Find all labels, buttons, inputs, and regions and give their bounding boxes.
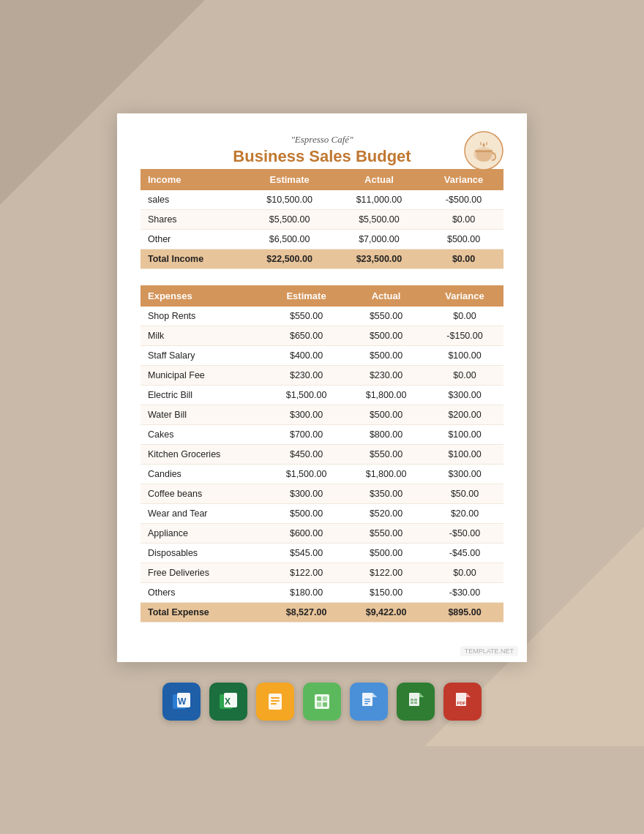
expense-cell: -$150.00 [426, 326, 503, 346]
gsheets-icon[interactable] [397, 683, 435, 721]
expense-cell: $545.00 [266, 544, 346, 563]
expense-row: Appliance$600.00$550.00-$50.00 [141, 524, 503, 544]
expense-cell: $500.00 [346, 346, 426, 366]
expense-row: Free Deliveries$122.00$122.00$0.00 [141, 563, 503, 583]
expense-cell: Water Bill [141, 405, 266, 425]
svg-rect-18 [317, 696, 321, 701]
expense-cell: $700.00 [266, 425, 346, 445]
expense-cell: $550.00 [346, 445, 426, 465]
income-cell: $10,500.00 [244, 190, 334, 210]
pdf-icon[interactable]: PDF [443, 683, 482, 721]
expense-row: Municipal Fee$230.00$230.00$0.00 [141, 366, 503, 386]
income-row: Shares$5,500.00$5,500.00$0.00 [141, 210, 503, 230]
svg-rect-20 [317, 702, 321, 707]
word-icon-svg: W [170, 690, 193, 713]
expense-cell: $1,800.00 [346, 465, 426, 484]
gsheets-icon-svg [404, 690, 427, 713]
expense-cell: Municipal Fee [141, 366, 266, 386]
expense-cell: $0.00 [426, 307, 503, 326]
pdf-icon-svg: PDF [451, 690, 474, 713]
expense-cell: $550.00 [346, 524, 426, 544]
income-cell: $7,000.00 [334, 230, 424, 249]
income-total-row: Total Income$22,500.00$23,500.00$0.00 [141, 249, 503, 269]
svg-rect-17 [315, 694, 329, 709]
word-icon[interactable]: W [162, 683, 201, 721]
svg-rect-35 [411, 702, 413, 704]
income-cell: -$500.00 [424, 190, 503, 210]
expense-row: Disposables$545.00$500.00-$45.00 [141, 544, 503, 563]
income-cell: $0.00 [424, 210, 503, 230]
expense-cell: $500.00 [346, 544, 426, 563]
expense-cell: $350.00 [346, 484, 426, 504]
expense-cell: $122.00 [266, 563, 346, 583]
expense-cell: $600.00 [266, 524, 346, 544]
expense-cell: Coffee beans [141, 484, 266, 504]
pages-icon-svg [263, 690, 287, 713]
svg-rect-36 [414, 702, 417, 704]
expense-cell: $1,800.00 [346, 386, 426, 405]
svg-text:X: X [225, 696, 231, 707]
cafe-name: "Espresso Café" [141, 134, 503, 146]
expense-cell: Appliance [141, 524, 266, 544]
numbers-icon-svg [310, 690, 334, 713]
expense-cell: Others [141, 583, 266, 603]
expense-cell: -$30.00 [426, 583, 503, 603]
expense-cell: Electric Bill [141, 386, 266, 405]
numbers-icon[interactable] [303, 683, 341, 721]
page-container: "Espresso Café" Business Sales Budget In… [0, 0, 644, 834]
expense-col-estimate: Estimate [266, 285, 346, 307]
pages-icon[interactable] [256, 683, 294, 721]
gdocs-icon[interactable] [350, 683, 388, 721]
expense-table: Expenses Estimate Actual Variance Shop R… [141, 285, 503, 623]
doc-title: Business Sales Budget [141, 147, 503, 166]
expense-cell: Wear and Tear [141, 504, 266, 524]
svg-text:W: W [178, 696, 187, 707]
income-cell: $500.00 [424, 230, 503, 249]
expense-total-cell: $8,527.00 [266, 603, 346, 623]
expense-row: Cakes$700.00$800.00$100.00 [141, 425, 503, 445]
excel-icon[interactable]: X [209, 683, 247, 721]
income-col-estimate: Estimate [244, 169, 334, 190]
expense-cell: $0.00 [426, 366, 503, 386]
expense-total-cell: $895.00 [426, 603, 503, 623]
income-cell: $5,500.00 [244, 210, 334, 230]
expense-cell: Shop Rents [141, 307, 266, 326]
income-table: Income Estimate Actual Variance sales$10… [141, 169, 503, 269]
income-total-cell: $23,500.00 [334, 249, 424, 269]
income-col-variance: Variance [424, 169, 503, 190]
income-cell: $5,500.00 [334, 210, 424, 230]
income-total-cell: $0.00 [424, 249, 503, 269]
expense-cell: $1,500.00 [266, 386, 346, 405]
expense-cell: $150.00 [346, 583, 426, 603]
coffee-logo-icon [464, 131, 503, 170]
expense-row: Wear and Tear$500.00$520.00$20.00 [141, 504, 503, 524]
svg-rect-14 [271, 700, 280, 702]
income-col-income: Income [141, 169, 244, 190]
expense-cell: $230.00 [346, 366, 426, 386]
expense-cell: $300.00 [266, 484, 346, 504]
svg-rect-21 [323, 702, 327, 707]
expense-cell: -$50.00 [426, 524, 503, 544]
excel-icon-svg: X [217, 690, 240, 713]
expense-row: Electric Bill$1,500.00$1,800.00$300.00 [141, 386, 503, 405]
expense-row: Kitchen Groceries$450.00$550.00$100.00 [141, 445, 503, 465]
expense-col-expenses: Expenses [141, 285, 266, 307]
expense-cell: $1,500.00 [266, 465, 346, 484]
svg-rect-27 [364, 701, 370, 702]
expense-cell: $650.00 [266, 326, 346, 346]
expense-cell: $500.00 [346, 326, 426, 346]
expense-row: Shop Rents$550.00$550.00$0.00 [141, 307, 503, 326]
expense-row: Candies$1,500.00$1,800.00$300.00 [141, 465, 503, 484]
expense-row: Milk$650.00$500.00-$150.00 [141, 326, 503, 346]
svg-rect-28 [364, 703, 368, 705]
income-cell: sales [141, 190, 244, 210]
svg-rect-13 [271, 697, 280, 699]
svg-rect-19 [323, 696, 327, 701]
income-cell: Shares [141, 210, 244, 230]
expense-cell: Cakes [141, 425, 266, 445]
expense-row: Staff Salary$400.00$500.00$100.00 [141, 346, 503, 366]
svg-rect-26 [364, 699, 370, 700]
expense-cell: $300.00 [426, 386, 503, 405]
expense-cell: $100.00 [426, 425, 503, 445]
expense-cell: $0.00 [426, 563, 503, 583]
